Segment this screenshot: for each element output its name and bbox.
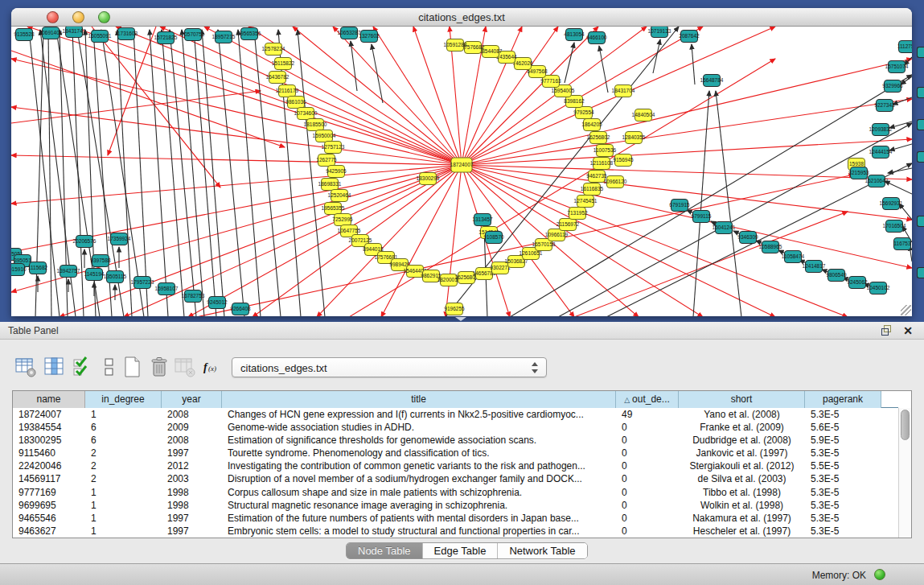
table-cell: de Silva et al. (2003) bbox=[679, 472, 805, 485]
graph-node-label: 17359924 bbox=[108, 236, 131, 241]
new-column-icon[interactable] bbox=[121, 356, 143, 378]
graph-edge[interactable] bbox=[446, 165, 462, 316]
graph-edge[interactable] bbox=[11, 107, 462, 165]
column-header-year[interactable]: year bbox=[162, 391, 222, 408]
graph-edge[interactable] bbox=[462, 165, 848, 316]
node-table: namein_degreeyeartitle△out_de...shortpag… bbox=[12, 390, 912, 538]
table-cell: 1 bbox=[85, 486, 162, 499]
graph-edge[interactable] bbox=[692, 44, 695, 84]
graph-edge[interactable] bbox=[462, 165, 912, 220]
table-cell: 0 bbox=[616, 525, 679, 538]
network-window[interactable]: citations_edges.txt 12578224151158221643… bbox=[11, 8, 912, 316]
network-canvas[interactable]: 1257822415115822164367821211617998610361… bbox=[11, 27, 912, 316]
graph-edge[interactable] bbox=[885, 181, 912, 194]
graph-edge[interactable] bbox=[298, 30, 325, 316]
network-desktop: citations_edges.txt 12578224151158221643… bbox=[0, 0, 924, 322]
graph-edge[interactable] bbox=[293, 27, 462, 165]
table-cell: Investigating the contribution of common… bbox=[222, 459, 616, 472]
column-header-short[interactable]: short bbox=[679, 391, 805, 408]
column-header-out_de[interactable]: △out_de... bbox=[616, 391, 679, 408]
panel-divider-handle[interactable] bbox=[455, 317, 466, 321]
tab-edge-table[interactable]: Edge Table bbox=[423, 543, 499, 558]
graph-edge[interactable] bbox=[48, 30, 51, 316]
graph-edge[interactable] bbox=[693, 91, 709, 316]
graph-edge[interactable] bbox=[11, 155, 462, 165]
graph-edge[interactable] bbox=[317, 165, 462, 316]
table-row[interactable]: 946362711997Embryonic stem cells: a mode… bbox=[13, 525, 898, 538]
graph-edge[interactable] bbox=[565, 43, 574, 83]
graph-node-label: 16436782 bbox=[266, 74, 290, 80]
table-cell: Disruption of a novel member of a sodium… bbox=[222, 472, 616, 485]
table-row[interactable]: 2242004622012Investigating the contribut… bbox=[13, 459, 898, 472]
column-header-label: name bbox=[36, 393, 60, 405]
clipped-node-fragment bbox=[917, 119, 924, 130]
graph-node-label: 12840355 bbox=[622, 134, 646, 140]
table-cell: 1 bbox=[85, 512, 162, 525]
graph-edge[interactable] bbox=[888, 168, 912, 173]
table-row[interactable]: 1456911722003Disruption of a novel membe… bbox=[13, 472, 898, 485]
tab-network-table[interactable]: Network Table bbox=[498, 543, 586, 558]
table-select-dropdown[interactable]: citations_edges.txt bbox=[232, 357, 547, 377]
table-cell: 0 bbox=[616, 434, 679, 447]
close-panel-icon[interactable]: ✕ bbox=[903, 323, 913, 338]
function-builder-icon[interactable]: f (x) bbox=[201, 356, 224, 378]
status-bar: Memory: OK bbox=[0, 563, 924, 585]
resize-grip[interactable] bbox=[901, 305, 911, 315]
graph-node-label: 20072125 bbox=[349, 237, 372, 243]
delete-table-icon[interactable] bbox=[174, 356, 196, 378]
tab-node-table[interactable]: Node Table bbox=[347, 543, 423, 558]
memory-status-icon bbox=[874, 569, 885, 580]
scrollbar-thumb[interactable] bbox=[901, 410, 910, 440]
table-row[interactable]: 969969511998Structural magnetic resonanc… bbox=[13, 499, 898, 512]
select-all-rows-icon[interactable] bbox=[71, 356, 93, 378]
column-header-title[interactable]: title bbox=[222, 391, 616, 408]
graph-edge[interactable] bbox=[27, 27, 462, 165]
vertical-scrollbar[interactable] bbox=[898, 408, 911, 538]
graph-node-label: 9425905 bbox=[326, 168, 347, 174]
graph-node-label: 9227343 bbox=[874, 102, 895, 108]
table-cell: 5.3E-5 bbox=[805, 499, 881, 512]
delete-column-icon[interactable] bbox=[148, 356, 170, 378]
table-row[interactable]: 1938455462009Genome-wide association stu… bbox=[13, 421, 898, 434]
graph-edge[interactable] bbox=[462, 99, 912, 165]
graph-node-label: 21156972 bbox=[556, 221, 580, 227]
column-header-pagerank[interactable]: pagerank bbox=[805, 391, 881, 408]
graph-edge[interactable] bbox=[899, 204, 912, 220]
unselect-rows-icon[interactable] bbox=[98, 356, 121, 378]
table-row[interactable]: 946554611997Estimation of the future num… bbox=[13, 512, 898, 525]
graph-node-label: 1145194 bbox=[84, 271, 105, 277]
graph-edge[interactable] bbox=[133, 30, 148, 316]
graph-edge[interactable] bbox=[462, 139, 912, 165]
table-row[interactable]: 1830029562008Estimation of significance … bbox=[13, 434, 898, 447]
graph-edge[interactable] bbox=[372, 44, 383, 103]
graph-edge[interactable] bbox=[92, 27, 220, 187]
table-mode-icon[interactable] bbox=[14, 356, 37, 378]
graph-edge[interactable] bbox=[170, 30, 196, 316]
table-row[interactable]: 911546021997Tourette syndrome. Phenomeno… bbox=[13, 447, 898, 459]
table-cell: 2012 bbox=[162, 459, 222, 472]
graph-node-label: 9108570 bbox=[483, 234, 504, 240]
graph-edge[interactable] bbox=[653, 39, 660, 73]
graph-node-label: 9806549 bbox=[826, 272, 847, 278]
table-panel-title: Table Panel bbox=[8, 325, 59, 336]
column-header-in_degree[interactable]: in_degree bbox=[85, 391, 162, 408]
table-cell: Estimation of the future numbers of pati… bbox=[222, 512, 616, 525]
graph-node-label: 16782753 bbox=[182, 293, 205, 299]
graph-node-label: 18724007 bbox=[450, 162, 474, 167]
graph-edge[interactable] bbox=[889, 144, 912, 150]
graph-node-label: 19565356 bbox=[238, 31, 261, 36]
column-header-name[interactable]: name bbox=[13, 391, 85, 408]
table-cell: 2008 bbox=[162, 434, 222, 447]
table-cell: 18300295 bbox=[13, 434, 85, 447]
graph-edge[interactable] bbox=[238, 30, 261, 316]
table-row[interactable]: 977716911998Corpus callosum shape and si… bbox=[13, 486, 898, 499]
float-panel-icon[interactable] bbox=[881, 325, 892, 336]
window-titlebar[interactable]: citations_edges.txt bbox=[11, 8, 912, 27]
table-cell: Wolkin et al. (1998) bbox=[679, 499, 805, 512]
table-cell: Embryonic stem cells: a model to study s… bbox=[222, 525, 616, 538]
table-cell: 0 bbox=[616, 447, 679, 459]
graph-edge[interactable] bbox=[160, 27, 462, 165]
column-visibility-icon[interactable] bbox=[43, 356, 65, 378]
graph-edge[interactable] bbox=[462, 165, 912, 179]
table-row[interactable]: 1872400712008Changes of HCN gene express… bbox=[13, 408, 898, 421]
